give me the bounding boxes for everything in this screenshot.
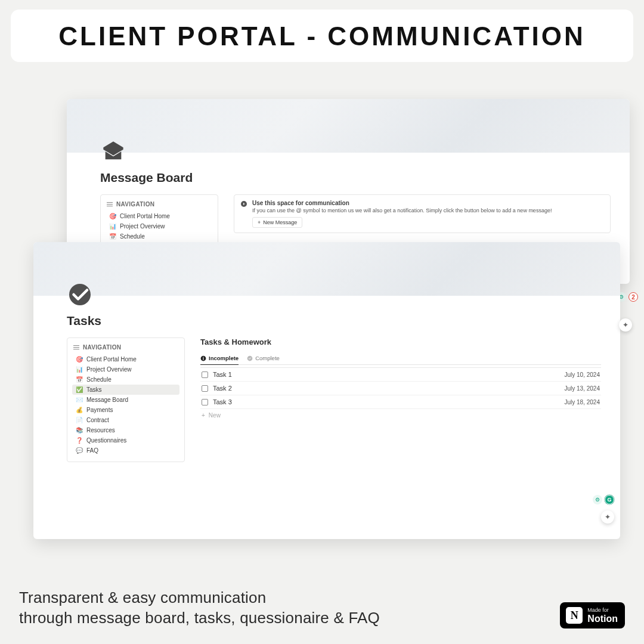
footer-text: Transparent & easy communication through… — [19, 588, 380, 628]
nav-item-label: Payments — [86, 407, 113, 413]
tab-incomplete[interactable]: Incomplete — [200, 352, 239, 365]
svg-rect-16 — [203, 358, 203, 360]
task-name: Task 2 — [213, 385, 232, 392]
nav-item-label: Client Portal Home — [86, 356, 137, 363]
page-title: Message Board — [100, 171, 611, 185]
sidebar-item-tasks[interactable]: ✅Tasks — [72, 385, 179, 395]
tab-complete[interactable]: Complete — [247, 352, 280, 364]
nav-item-icon: 📄 — [76, 417, 83, 423]
nav-item-icon: 📊 — [76, 366, 83, 373]
nav-item-label: Questionnaires — [86, 437, 126, 444]
screenshot-stage: Message Board NAVIGATION 🎯Client Portal … — [0, 62, 644, 515]
grammarly-icon[interactable]: G — [605, 495, 614, 504]
nav-item-icon: 💰 — [76, 407, 83, 413]
cover-image — [33, 242, 620, 296]
nav-item-label: Project Overview — [86, 366, 132, 373]
nav-item-label: Client Portal Home — [120, 213, 170, 219]
checkbox-icon[interactable] — [202, 371, 208, 378]
nav-item-label: FAQ — [86, 447, 98, 454]
sidebar-item-payments[interactable]: 💰Payments — [72, 405, 179, 415]
nav-item-label: Message Board — [86, 397, 128, 403]
section-heading: Tasks & Homework — [200, 338, 601, 346]
nav-item-icon: 🎯 — [76, 356, 83, 363]
page-title: Tasks — [67, 314, 601, 328]
navigation-card: NAVIGATION 🎯Client Portal Home📊Project O… — [67, 338, 185, 462]
navigation-heading: NAVIGATION — [106, 200, 213, 209]
check-circle-icon — [247, 355, 253, 361]
nav-item-icon: ❓ — [76, 437, 83, 444]
bulb-icon[interactable]: ⚙︎ — [593, 495, 602, 504]
nav-item-icon: 💬 — [76, 447, 83, 454]
mail-icon — [100, 138, 126, 165]
plus-icon: + — [202, 412, 205, 419]
sidebar-item-faq[interactable]: 💬FAQ — [72, 445, 179, 456]
notion-logo-icon: N — [566, 607, 583, 624]
sidebar-item-questionnaires[interactable]: ❓Questionnaires — [72, 435, 179, 445]
checkbox-icon[interactable] — [202, 399, 208, 405]
communication-callout: Use this space for communication If you … — [234, 194, 611, 233]
nav-item-icon: 📅 — [109, 233, 116, 240]
sidebar-item-client-portal-home[interactable]: 🎯Client Portal Home — [72, 354, 179, 364]
task-name: Task 1 — [213, 371, 232, 378]
promo-title-card: CLIENT PORTAL - COMMUNICATION — [11, 10, 633, 62]
sidebar-item-schedule[interactable]: 📅Schedule — [106, 231, 213, 242]
nav-item-label: Resources — [86, 427, 115, 434]
nav-item-label: Schedule — [120, 233, 145, 240]
nav-item-icon: 📊 — [109, 223, 116, 230]
task-date: July 18, 2024 — [565, 399, 600, 405]
promo-title: CLIENT PORTAL - COMMUNICATION — [26, 21, 618, 51]
nav-item-label: Contract — [86, 417, 109, 423]
nav-item-icon: ✉️ — [76, 397, 83, 403]
navigation-heading: NAVIGATION — [72, 343, 179, 352]
menu-icon — [73, 345, 79, 350]
sidebar-item-schedule[interactable]: 📅Schedule — [72, 374, 179, 385]
callout-body: If you can use the @ symbol to mention u… — [252, 208, 552, 213]
sidebar-item-resources[interactable]: 📚Resources — [72, 425, 179, 435]
sidebar-item-message-board[interactable]: ✉️Message Board — [72, 395, 179, 405]
task-row[interactable]: Task 3July 18, 2024 — [200, 395, 601, 408]
floating-action-button[interactable]: ✦ — [601, 510, 614, 524]
cover-image — [67, 99, 630, 153]
check-circle-icon — [67, 281, 93, 308]
task-date: July 10, 2024 — [565, 371, 600, 378]
task-row[interactable]: Task 2July 13, 2024 — [200, 381, 601, 395]
nav-item-icon: 📚 — [76, 427, 83, 434]
nav-item-label: Tasks — [86, 386, 102, 393]
nav-item-icon: 📅 — [76, 376, 83, 383]
error-count-badge[interactable]: 2 — [628, 292, 638, 302]
new-task-row[interactable]: + New — [200, 408, 601, 422]
sidebar-item-contract[interactable]: 📄Contract — [72, 415, 179, 425]
new-message-button[interactable]: + New Message — [252, 217, 302, 228]
menu-icon — [107, 202, 113, 207]
info-circle-icon — [200, 355, 206, 361]
task-name: Task 3 — [213, 398, 232, 405]
tasks-window: Tasks NAVIGATION 🎯Client Portal Home📊Pro… — [33, 242, 620, 539]
arrow-right-circle-icon — [240, 200, 247, 209]
made-for-notion-badge: N Made for Notion — [560, 602, 625, 628]
nav-item-icon: ✅ — [76, 386, 83, 393]
task-row[interactable]: Task 1July 10, 2024 — [200, 367, 601, 381]
sidebar-item-project-overview[interactable]: 📊Project Overview — [106, 221, 213, 231]
plus-icon: + — [258, 219, 261, 225]
sidebar-item-client-portal-home[interactable]: 🎯Client Portal Home — [106, 211, 213, 221]
promo-footer: Transparent & easy communication through… — [19, 588, 625, 628]
nav-item-label: Schedule — [86, 376, 112, 383]
grammarly-badge-group: ⚙︎ G — [593, 495, 614, 504]
svg-rect-15 — [203, 357, 203, 357]
nav-item-label: Project Overview — [120, 223, 165, 230]
floating-action-button[interactable]: ✦ — [619, 318, 632, 332]
task-date: July 13, 2024 — [565, 385, 600, 392]
sidebar-item-project-overview[interactable]: 📊Project Overview — [72, 364, 179, 374]
task-tabs: Incomplete Complete — [200, 352, 601, 365]
nav-item-icon: 🎯 — [109, 213, 116, 219]
callout-title: Use this space for communication — [252, 200, 552, 206]
checkbox-icon[interactable] — [202, 385, 208, 392]
